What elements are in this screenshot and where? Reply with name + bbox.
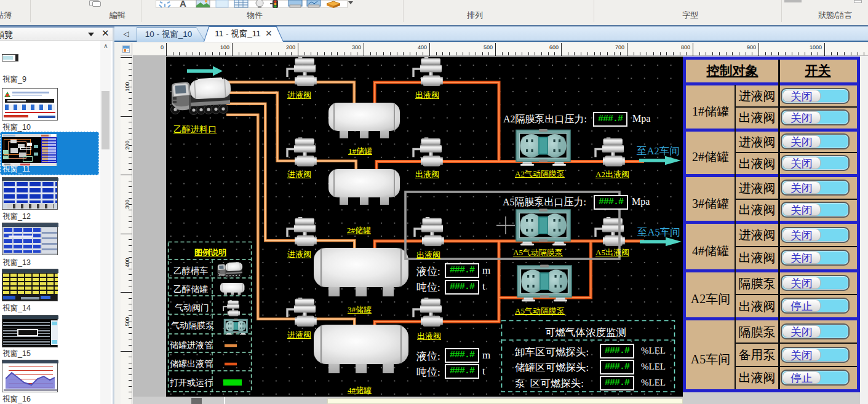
svg-text:A: A [180, 0, 186, 8]
